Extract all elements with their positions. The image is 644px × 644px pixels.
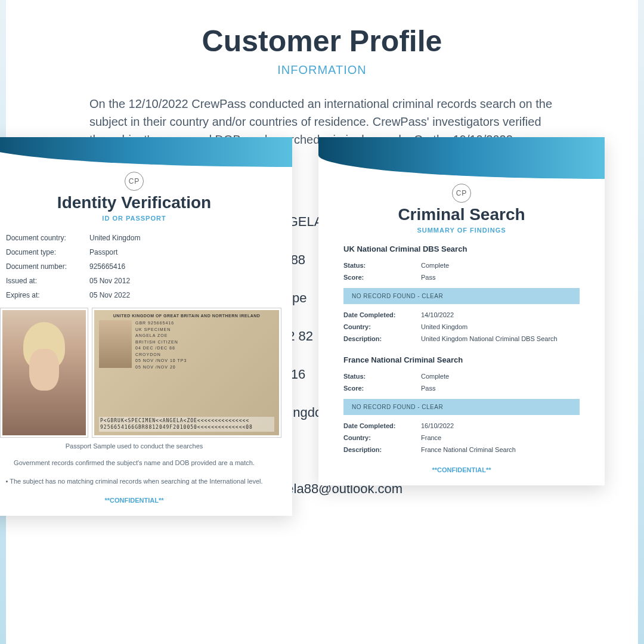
card-wave-decor <box>0 137 292 167</box>
uk-date-value: 14/10/2022 <box>421 311 580 318</box>
passport-fields: GBR 925665416 UK SPECIMEN ANGELA ZOE BRI… <box>135 320 187 370</box>
fr-status-value: Complete <box>421 373 580 380</box>
fr-country-label: Country: <box>343 434 421 441</box>
pp-line6: 05 NOV /NOV 10 TP3 <box>135 358 187 364</box>
mrz-line1: P<GBRUK<SPECIMEN<<ANGELA<ZOE<<<<<<<<<<<<… <box>100 418 273 424</box>
identity-subtitle: ID OR PASSPORT <box>0 215 292 222</box>
id-value-expires: 05 Nov 2022 <box>89 291 286 299</box>
id-value-type: Passport <box>89 248 286 256</box>
identity-note-1: Government records confirmed the subject… <box>0 458 268 468</box>
fr-desc-label: Description: <box>343 446 421 453</box>
identity-title: Identity Verification <box>0 193 292 212</box>
uk-status-label: Status: <box>343 262 421 269</box>
uk-heading: UK National Criminal DBS Search <box>343 244 580 253</box>
criminal-search-card: CP Criminal Search SUMMARY OF FINDINGS U… <box>318 137 605 485</box>
subject-photo <box>2 310 86 435</box>
fr-status-label: Status: <box>343 373 421 380</box>
uk-country-label: Country: <box>343 323 421 330</box>
pp-line1: UK SPECIMEN <box>135 327 187 333</box>
identity-fields: Document country: United Kingdom Documen… <box>6 234 286 299</box>
uk-desc-value: United Kingdom National Criminal DBS Sea… <box>421 335 580 342</box>
uk-status-value: Complete <box>421 262 580 269</box>
fr-date-value: 16/10/2022 <box>421 422 580 429</box>
card-wave-decor <box>318 137 605 179</box>
uk-country-value: United Kingdom <box>421 323 580 330</box>
criminal-title: Criminal Search <box>318 205 605 224</box>
passport-image: UNITED KINGDOM OF GREAT BRITAIN AND NORT… <box>94 310 279 435</box>
id-value-country: United Kingdom <box>89 234 286 242</box>
passport-photo <box>99 320 132 368</box>
criminal-section-france: France National Criminal Search Status:C… <box>343 355 580 456</box>
criminal-confidential: **CONFIDENTIAL** <box>318 466 605 473</box>
id-label-issued: Issued at: <box>6 277 89 285</box>
passport-frame: UNITED KINGDOM OF GREAT BRITAIN AND NORT… <box>92 308 281 438</box>
cp-badge-icon: CP <box>125 172 144 191</box>
fr-score-value: Pass <box>421 385 580 392</box>
identity-note-2: • The subject has no matching criminal r… <box>0 476 268 487</box>
id-label-type: Document type: <box>6 248 89 256</box>
id-value-issued: 05 Nov 2012 <box>89 277 286 285</box>
id-value-number: 925665416 <box>89 262 286 271</box>
uk-date-label: Date Completed: <box>343 311 421 318</box>
identity-verification-card: CP Identity Verification ID OR PASSPORT … <box>0 137 292 516</box>
fr-desc-value: France National Criminal Search <box>421 446 580 453</box>
criminal-section-uk: UK National Criminal DBS Search Status:C… <box>343 244 580 345</box>
uk-banner: NO RECORD FOUND - CLEAR <box>343 288 580 304</box>
identity-caption: Passport Sample used to conduct the sear… <box>0 442 292 450</box>
pp-line7: 05 NOV /NOV 20 <box>135 364 187 371</box>
passport-mrz: P<GBRUK<SPECIMEN<<ANGELA<ZOE<<<<<<<<<<<<… <box>99 417 274 432</box>
pp-code: GBR 925665416 <box>135 320 187 327</box>
page-subtitle: INFORMATION <box>36 63 608 77</box>
passport-header: UNITED KINGDOM OF GREAT BRITAIN AND NORT… <box>99 314 274 318</box>
fr-heading: France National Criminal Search <box>343 355 580 364</box>
fr-score-label: Score: <box>343 385 421 392</box>
pp-line5: CROYDON <box>135 352 187 358</box>
id-label-expires: Expires at: <box>6 291 89 299</box>
identity-images: UNITED KINGDOM OF GREAT BRITAIN AND NORT… <box>0 308 286 438</box>
pp-line3: BRITISH CITIZEN <box>135 339 187 346</box>
uk-score-value: Pass <box>421 274 580 281</box>
uk-score-label: Score: <box>343 274 421 281</box>
mrz-line2: 9256654166GBR8812049F2010050<<<<<<<<<<<<… <box>100 425 273 431</box>
uk-desc-label: Description: <box>343 335 421 342</box>
id-label-number: Document number: <box>6 262 89 271</box>
identity-confidential: **CONFIDENTIAL** <box>0 497 292 504</box>
page-title: Customer Profile <box>36 24 608 58</box>
id-label-country: Document country: <box>6 234 89 242</box>
fr-banner: NO RECORD FOUND - CLEAR <box>343 399 580 415</box>
cp-badge-icon: CP <box>452 184 471 203</box>
fr-date-label: Date Completed: <box>343 422 421 429</box>
pp-line4: 04 DEC /DEC 88 <box>135 345 187 352</box>
fr-country-value: France <box>421 434 580 441</box>
pp-line2: ANGELA ZOE <box>135 333 187 339</box>
criminal-subtitle: SUMMARY OF FINDINGS <box>318 227 605 234</box>
subject-photo-frame <box>0 308 88 438</box>
